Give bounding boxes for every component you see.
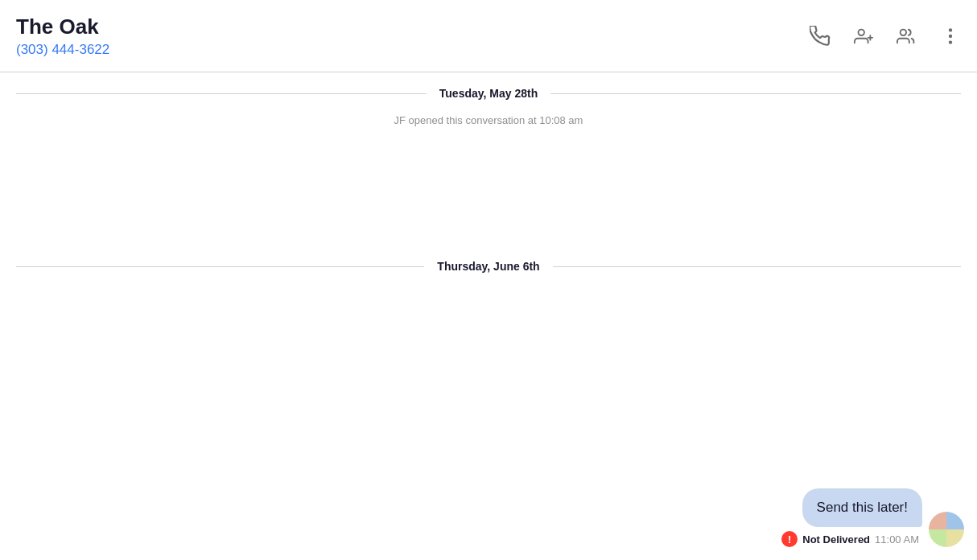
- contact-phone: (303) 444-3622: [16, 42, 109, 58]
- message-text: Send this later!: [817, 500, 908, 515]
- header-actions: [810, 26, 961, 47]
- separator-line-left-1: [16, 93, 427, 94]
- avatar: [929, 512, 964, 547]
- spacer-2: [0, 286, 977, 482]
- svg-point-0: [859, 29, 864, 35]
- not-delivered-icon: !: [781, 531, 798, 547]
- date-label-1: Tuesday, May 28th: [427, 87, 550, 100]
- separator-line-right-1: [550, 93, 961, 94]
- date-separator-1: Tuesday, May 28th: [0, 72, 977, 108]
- svg-point-4: [949, 28, 952, 31]
- add-contact-button[interactable]: [853, 26, 874, 47]
- svg-point-3: [901, 29, 906, 35]
- svg-point-5: [949, 34, 952, 37]
- message-row: Send this later! ! Not Delivered 11:00 A…: [0, 482, 977, 547]
- avatar-cell-1: [929, 512, 946, 529]
- separator-line-right-2: [553, 266, 961, 267]
- avatar-cell-3: [929, 529, 946, 547]
- avatar-cell-2: [946, 512, 964, 529]
- call-button[interactable]: [810, 26, 831, 47]
- message-status-row: ! Not Delivered 11:00 AM: [781, 531, 922, 547]
- message-bubble: Send this later!: [802, 488, 922, 527]
- date-separator-2: Thursday, June 6th: [0, 236, 977, 286]
- separator-line-left-2: [16, 266, 424, 267]
- svg-point-6: [949, 40, 952, 43]
- message-time: 11:00 AM: [875, 533, 919, 546]
- avatar-cell-4: [946, 529, 964, 547]
- contact-info: The Oak (303) 444-3622: [16, 14, 109, 59]
- system-message: JF opened this conversation at 10:08 am: [0, 108, 977, 139]
- group-button[interactable]: [897, 26, 917, 47]
- contact-name: The Oak: [16, 14, 109, 41]
- more-button[interactable]: [940, 26, 961, 47]
- message-bubble-wrapper: Send this later! ! Not Delivered 11:00 A…: [781, 488, 922, 547]
- not-delivered-label: Not Delivered: [802, 533, 870, 546]
- header: The Oak (303) 444-3622: [0, 0, 977, 72]
- chat-area: Tuesday, May 28th JF opened this convers…: [0, 72, 977, 560]
- spacer-1: [0, 139, 977, 236]
- date-label-2: Thursday, June 6th: [424, 260, 552, 273]
